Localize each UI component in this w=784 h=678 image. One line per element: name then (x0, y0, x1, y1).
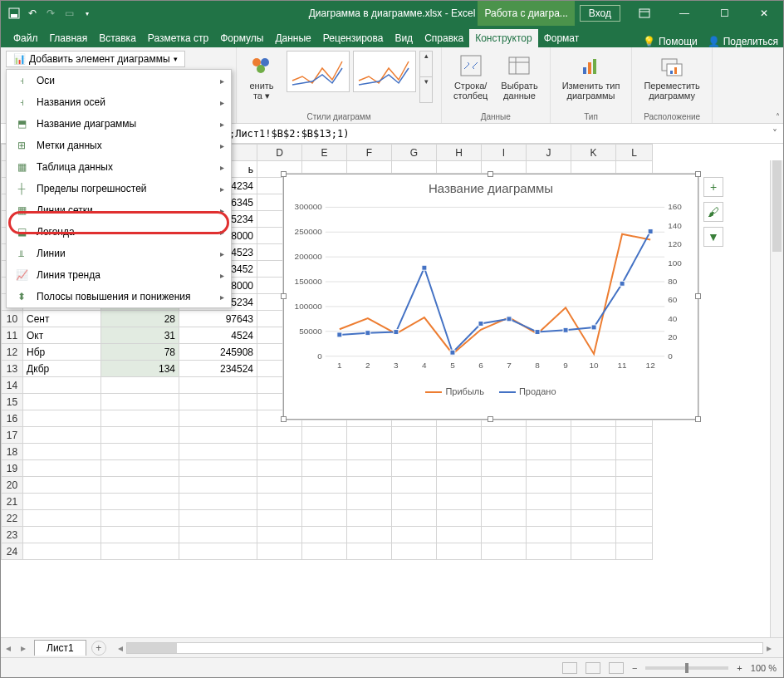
cell[interactable] (179, 510, 257, 527)
cell[interactable] (347, 427, 392, 444)
chart-filter-button[interactable]: ▼ (703, 227, 723, 247)
cell[interactable] (437, 510, 482, 527)
undo-icon[interactable]: ↶ (26, 7, 39, 20)
tab-home[interactable]: Главная (44, 29, 94, 47)
sign-in-button[interactable]: Вход (580, 5, 620, 22)
col-header-I[interactable]: I (482, 145, 527, 161)
cell[interactable]: 134 (101, 361, 179, 377)
cell[interactable] (392, 444, 437, 460)
cell[interactable] (23, 494, 101, 510)
row-header-11[interactable]: 11 (2, 327, 23, 344)
resize-handle[interactable] (488, 416, 493, 422)
col-header-K[interactable]: K (571, 145, 616, 161)
row-header-20[interactable]: 20 (2, 477, 23, 494)
resize-handle[interactable] (281, 171, 287, 177)
cell[interactable] (527, 543, 571, 560)
cell[interactable] (257, 427, 302, 444)
cell[interactable]: 234524 (179, 361, 257, 377)
cell[interactable] (179, 477, 257, 494)
menu-legend[interactable]: ⬓Легенда▸ (7, 221, 231, 243)
row-header-24[interactable]: 24 (2, 543, 23, 560)
cell[interactable] (302, 510, 347, 527)
tab-review[interactable]: Рецензирова (317, 29, 390, 47)
cell[interactable] (257, 527, 302, 543)
embedded-chart[interactable]: Название диаграммы 050000100000150000200… (283, 174, 698, 420)
col-header-J[interactable]: J (527, 145, 571, 161)
expand-formula-icon[interactable]: ˅ (767, 128, 783, 140)
horizontal-scrollbar[interactable]: ◂ ▸ (115, 642, 775, 654)
row-header-23[interactable]: 23 (2, 527, 23, 543)
tab-file[interactable]: Файл (7, 29, 44, 47)
cell[interactable] (437, 494, 482, 510)
scroll-left-icon[interactable]: ◂ (115, 642, 126, 654)
cell[interactable] (482, 527, 527, 543)
chart-brush-button[interactable]: 🖌 (703, 202, 723, 222)
cell[interactable] (571, 427, 616, 444)
qat-dropdown-icon[interactable]: ▾ (81, 7, 94, 20)
resize-handle[interactable] (695, 416, 701, 422)
chart-title[interactable]: Название диаграммы (284, 174, 698, 199)
cell[interactable]: 4524 (179, 327, 257, 344)
cell[interactable] (257, 510, 302, 527)
cell[interactable]: 245908 (179, 344, 257, 361)
cell[interactable] (482, 494, 527, 510)
cell[interactable] (527, 444, 571, 460)
cell[interactable] (23, 427, 101, 444)
cell[interactable] (571, 510, 616, 527)
cell[interactable] (179, 494, 257, 510)
camera-icon[interactable]: ▭ (62, 7, 76, 20)
resize-handle[interactable] (281, 416, 287, 422)
sheet-nav-next-icon[interactable]: ▸ (16, 642, 31, 654)
cell[interactable] (23, 543, 101, 560)
row-header-10[interactable]: 10 (2, 311, 23, 327)
col-header-F[interactable]: F (347, 145, 392, 161)
row-header-15[interactable]: 15 (2, 394, 23, 410)
add-sheet-button[interactable]: + (91, 641, 106, 656)
cell[interactable] (616, 527, 653, 543)
col-header-H[interactable]: H (437, 145, 482, 161)
menu-data-table[interactable]: ▦Таблица данных▸ (7, 156, 231, 178)
cell[interactable] (302, 527, 347, 543)
cell[interactable] (257, 460, 302, 477)
cell[interactable] (23, 527, 101, 543)
cell[interactable]: Нбр (23, 344, 101, 361)
save-icon[interactable] (7, 7, 21, 20)
move-chart-button[interactable]: Переместить диаграмму (640, 51, 703, 102)
cell[interactable]: 97643 (179, 311, 257, 327)
cell[interactable] (392, 543, 437, 560)
tab-data[interactable]: Данные (269, 29, 316, 47)
row-header-12[interactable]: 12 (2, 344, 23, 361)
cell[interactable] (571, 444, 616, 460)
chart-style-2[interactable] (353, 51, 416, 92)
tab-view[interactable]: Вид (389, 29, 419, 47)
cell[interactable] (23, 510, 101, 527)
cell[interactable] (101, 394, 179, 410)
cell[interactable] (101, 377, 179, 394)
cell[interactable] (302, 444, 347, 460)
cell[interactable]: 28 (101, 311, 179, 327)
row-header-17[interactable]: 17 (2, 427, 23, 444)
cell[interactable] (392, 527, 437, 543)
cell[interactable] (616, 494, 653, 510)
cell[interactable] (302, 477, 347, 494)
cell[interactable] (179, 377, 257, 394)
cell[interactable] (527, 510, 571, 527)
menu-lines[interactable]: ⫫Линии▸ (7, 243, 231, 264)
col-header-G[interactable]: G (392, 145, 437, 161)
cell[interactable] (347, 494, 392, 510)
tab-insert[interactable]: Вставка (93, 29, 142, 47)
cell[interactable] (179, 460, 257, 477)
cell[interactable] (23, 377, 101, 394)
cell[interactable] (257, 494, 302, 510)
maximize-button[interactable]: ☐ (705, 1, 743, 26)
cell[interactable] (392, 460, 437, 477)
tell-me[interactable]: 💡Помощи (638, 36, 703, 47)
cell[interactable] (616, 510, 653, 527)
ribbon-options-icon[interactable] (625, 1, 664, 26)
cell[interactable] (571, 460, 616, 477)
cell[interactable] (23, 410, 101, 427)
cell[interactable] (101, 427, 179, 444)
row-header-21[interactable]: 21 (2, 494, 23, 510)
cell[interactable]: 31 (101, 327, 179, 344)
cell[interactable] (616, 444, 653, 460)
